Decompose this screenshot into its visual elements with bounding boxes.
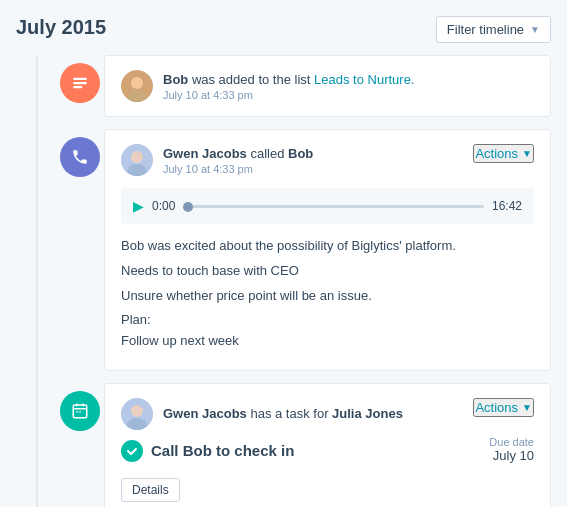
note-3: Unsure whether price point will be an is…	[121, 286, 534, 307]
avatar-bob	[121, 70, 153, 102]
note-1: Bob was excited about the possibility of…	[121, 236, 534, 257]
timeline-icon-list	[60, 63, 100, 103]
svg-point-4	[131, 77, 143, 89]
card-text: Bob was added to the list Leads to Nurtu…	[163, 72, 414, 87]
list-link[interactable]: Leads to Nurture.	[314, 72, 414, 87]
filter-label: Filter timeline	[447, 22, 524, 37]
task-check: Call Bob to check in	[121, 440, 294, 462]
card-user-row: Gwen Jacobs called Bob July 10 at 4:33 p…	[121, 144, 313, 176]
audio-start-time: 0:00	[152, 199, 175, 213]
card-user-row: Bob was added to the list Leads to Nurtu…	[121, 70, 534, 102]
user-name: Bob	[163, 72, 188, 87]
avatar-gwen	[121, 144, 153, 176]
note-4: Plan:Follow up next week	[121, 310, 534, 352]
svg-rect-12	[76, 411, 78, 413]
audio-progress-bar[interactable]	[183, 205, 484, 208]
call-log-card: Gwen Jacobs called Bob July 10 at 4:33 p…	[104, 129, 551, 371]
due-label: Due date	[489, 436, 534, 448]
card-content: Gwen Jacobs has a task for Julia Jones	[163, 406, 403, 421]
due-date: July 10	[489, 448, 534, 463]
svg-point-7	[131, 151, 143, 163]
check-icon	[121, 440, 143, 462]
target-name: Bob	[288, 146, 313, 161]
card-header: Gwen Jacobs has a task for Julia Jones A…	[121, 398, 534, 430]
card-text: Gwen Jacobs called Bob	[163, 146, 313, 161]
svg-rect-0	[73, 78, 87, 80]
task-title: Call Bob to check in	[151, 442, 294, 459]
timestamp: July 10 at 4:33 pm	[163, 163, 313, 175]
task-row: Call Bob to check in Due date July 10	[121, 430, 534, 470]
avatar-gwen-task	[121, 398, 153, 430]
timeline-icon-calendar	[60, 391, 100, 431]
svg-rect-10	[76, 403, 78, 406]
actions-label: Actions	[475, 146, 518, 161]
task-actions-button[interactable]: Actions ▼	[473, 398, 534, 417]
card-text: Gwen Jacobs has a task for Julia Jones	[163, 406, 403, 421]
note-2: Needs to touch base with CEO	[121, 261, 534, 282]
call-notes: Bob was excited about the possibility of…	[121, 236, 534, 352]
card-user-row: Gwen Jacobs has a task for Julia Jones	[121, 398, 403, 430]
details-button[interactable]: Details	[121, 478, 180, 502]
timeline-section-task: Gwen Jacobs has a task for Julia Jones A…	[60, 383, 551, 507]
card-header: Gwen Jacobs called Bob July 10 at 4:33 p…	[121, 144, 534, 176]
card-content: Gwen Jacobs called Bob July 10 at 4:33 p…	[163, 146, 313, 175]
action-text: has a task for	[247, 406, 332, 421]
chevron-down-icon: ▼	[522, 148, 532, 159]
chevron-down-icon: ▼	[530, 24, 540, 35]
svg-point-15	[131, 405, 143, 417]
play-button[interactable]: ▶	[133, 198, 144, 214]
task-card: Gwen Jacobs has a task for Julia Jones A…	[104, 383, 551, 507]
svg-rect-11	[82, 403, 84, 406]
timeline-section-added-to-list: Bob was added to the list Leads to Nurtu…	[60, 55, 551, 117]
action-text: was added to the list	[188, 72, 314, 87]
chevron-down-icon: ▼	[522, 402, 532, 413]
actions-label: Actions	[475, 400, 518, 415]
filter-timeline-button[interactable]: Filter timeline ▼	[436, 16, 551, 43]
timeline-section-call: Gwen Jacobs called Bob July 10 at 4:33 p…	[60, 129, 551, 371]
target-name: Julia Jones	[332, 406, 403, 421]
action-text: called	[247, 146, 288, 161]
timeline-icon-phone	[60, 137, 100, 177]
card-content: Bob was added to the list Leads to Nurtu…	[163, 72, 414, 101]
timestamp: July 10 at 4:33 pm	[163, 89, 414, 101]
user-name: Gwen Jacobs	[163, 146, 247, 161]
audio-end-time: 16:42	[492, 199, 522, 213]
user-name: Gwen Jacobs	[163, 406, 247, 421]
audio-player: ▶ 0:00 16:42	[121, 188, 534, 224]
svg-rect-1	[73, 82, 87, 84]
call-actions-button[interactable]: Actions ▼	[473, 144, 534, 163]
timeline: Bob was added to the list Leads to Nurtu…	[16, 55, 551, 507]
svg-rect-13	[79, 411, 81, 413]
task-due-section: Due date July 10	[489, 436, 534, 463]
svg-rect-2	[73, 86, 82, 88]
added-to-list-card: Bob was added to the list Leads to Nurtu…	[104, 55, 551, 117]
